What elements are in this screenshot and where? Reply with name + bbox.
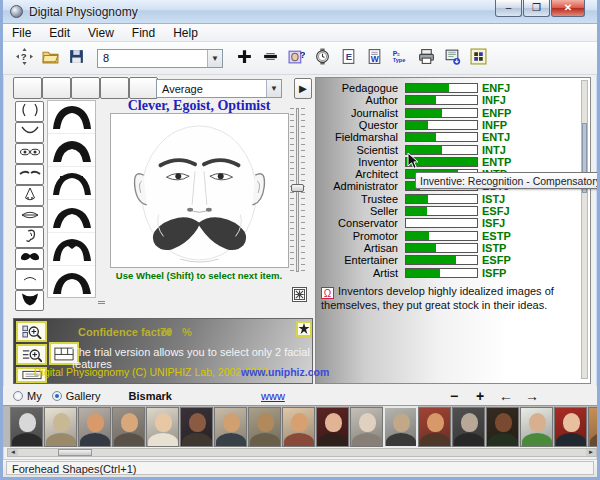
zoom-list-icon	[22, 348, 42, 362]
slider-thumb[interactable]	[291, 184, 304, 192]
maximize-button[interactable]: ❐	[523, 0, 550, 17]
personality-row-promotor: PromotorESTP	[316, 230, 576, 242]
window-title: Digital Physiognomy	[29, 5, 138, 19]
close-button[interactable]: ✕	[551, 0, 585, 17]
minimize-button[interactable]: –	[495, 0, 522, 17]
scroll-left-icon[interactable]: ◄	[8, 449, 18, 456]
report-button[interactable]: W	[361, 46, 387, 70]
chevron-down-icon[interactable]: ▼	[207, 50, 222, 67]
menu-item-view[interactable]: View	[79, 25, 123, 41]
website-link[interactable]: www.uniphiz.com	[241, 366, 329, 378]
watch-button[interactable]	[309, 46, 335, 70]
radio-gallery[interactable]	[52, 391, 62, 401]
forehead-thumb-hairline-1[interactable]	[48, 101, 95, 134]
gallery-thumb-13[interactable]	[418, 407, 451, 447]
category-eyebrows-button[interactable]	[15, 164, 44, 185]
splitter-handle[interactable]	[98, 301, 105, 304]
play-button[interactable]: ►	[294, 78, 312, 99]
gallery-thumb-10[interactable]	[316, 407, 349, 447]
zoom-out-button[interactable]	[257, 46, 283, 70]
ptype-button[interactable]: P≡Type	[387, 46, 413, 70]
gallery-thumb-9[interactable]	[282, 407, 315, 447]
feature-size-slider[interactable]	[290, 108, 305, 272]
face-canvas[interactable]	[110, 113, 289, 268]
category-ear-button[interactable]	[15, 227, 44, 248]
menu-item-file[interactable]: File	[3, 25, 40, 41]
tooltip: Inventive: Recognition - Compensatory Na…	[415, 172, 600, 189]
radio-gallery-label[interactable]: Gallery	[66, 390, 101, 402]
gallery-thumb-8[interactable]	[248, 407, 281, 447]
forehead-thumb-hairline-6[interactable]	[48, 266, 95, 298]
star-button[interactable]	[296, 321, 312, 337]
zoom-gallery-button[interactable]	[16, 321, 47, 342]
category-nose-button[interactable]	[15, 185, 44, 206]
export-button[interactable]	[439, 46, 465, 70]
expand-button[interactable]	[292, 287, 307, 302]
document-button[interactable]: E	[335, 46, 361, 70]
category-eyes-button[interactable]	[15, 143, 44, 164]
save-button[interactable]	[63, 46, 89, 70]
gallery-thumb-12-selected[interactable]	[384, 407, 417, 447]
type-score-fill	[406, 133, 436, 141]
portrait-head	[393, 413, 410, 432]
gallery-scrollbar[interactable]: ◄ ►	[7, 448, 597, 457]
gallery-thumb-14[interactable]	[452, 407, 485, 447]
options-button[interactable]	[465, 46, 491, 70]
category-face-sides-button[interactable]	[15, 101, 44, 122]
forehead-arc-button[interactable]	[13, 77, 42, 99]
type-name: Promotor	[353, 230, 398, 242]
gallery-thumb-1[interactable]	[10, 407, 43, 447]
category-beard-button[interactable]	[15, 290, 44, 311]
eyebrows-icon	[18, 165, 42, 185]
next-arrow-button[interactable]	[129, 77, 158, 99]
gallery-thumb-16[interactable]	[520, 407, 553, 447]
gallery-thumb-18[interactable]	[588, 407, 597, 447]
type-score-fill	[406, 256, 456, 264]
forehead-thumb-hairline-3[interactable]	[48, 167, 95, 200]
menu-item-help[interactable]: Help	[164, 25, 207, 41]
gallery-scrollbar-thumb[interactable]	[58, 449, 92, 456]
redo-button[interactable]	[100, 77, 129, 99]
scroll-right-icon[interactable]: ►	[586, 449, 596, 456]
panel-scrollbar[interactable]	[581, 80, 588, 379]
gallery-thumb-4[interactable]	[112, 407, 145, 447]
square-button[interactable]	[42, 77, 71, 99]
size-combobox[interactable]: 8 ▼	[97, 49, 223, 68]
category-mustache-button[interactable]	[15, 248, 44, 269]
zoom-in-button[interactable]	[231, 46, 257, 70]
type-name: Fieldmarshal	[335, 131, 398, 143]
category-lips-button[interactable]	[15, 206, 44, 227]
gallery-thumb-6[interactable]	[180, 407, 213, 447]
gallery-thumb-17[interactable]	[554, 407, 587, 447]
next-face-button[interactable]: →	[519, 388, 545, 404]
radio-my[interactable]	[13, 391, 23, 401]
gallery-thumb-11[interactable]	[350, 407, 383, 447]
print-button[interactable]	[413, 46, 439, 70]
forehead-thumb-hairline-4[interactable]	[48, 200, 95, 233]
forehead-thumb-hairline-5[interactable]	[48, 233, 95, 266]
category-wrinkles-button[interactable]	[15, 269, 44, 290]
zoom-list-button[interactable]	[16, 344, 47, 365]
portrait-body	[556, 433, 586, 447]
wizard-button[interactable]: ?	[11, 46, 37, 70]
gallery-thumb-7[interactable]	[214, 407, 247, 447]
menu-item-find[interactable]: Find	[123, 25, 164, 41]
open-button[interactable]	[37, 46, 63, 70]
www-link[interactable]: www	[261, 390, 285, 402]
zoom-out-gallery-button[interactable]: −	[441, 388, 467, 404]
undo-button[interactable]	[71, 77, 100, 99]
chevron-down-icon[interactable]: ▼	[266, 80, 281, 97]
gallery-thumb-5[interactable]	[146, 407, 179, 447]
radio-my-label[interactable]: My	[27, 390, 42, 402]
menu-item-edit[interactable]: Edit	[40, 25, 79, 41]
photo-face-button[interactable]: ?	[283, 46, 309, 70]
style-combobox[interactable]: Average ▼	[156, 79, 282, 98]
zoom-in-gallery-button[interactable]: +	[467, 388, 493, 404]
confidence-panel: Confidence factor 70 % The trial version…	[13, 318, 313, 384]
gallery-thumb-15[interactable]	[486, 407, 519, 447]
prev-face-button[interactable]: ←	[493, 388, 519, 404]
gallery-thumb-2[interactable]	[44, 407, 77, 447]
forehead-thumb-hairline-2[interactable]	[48, 134, 95, 167]
gallery-thumb-3[interactable]	[78, 407, 111, 447]
category-chin-button[interactable]	[15, 122, 44, 143]
